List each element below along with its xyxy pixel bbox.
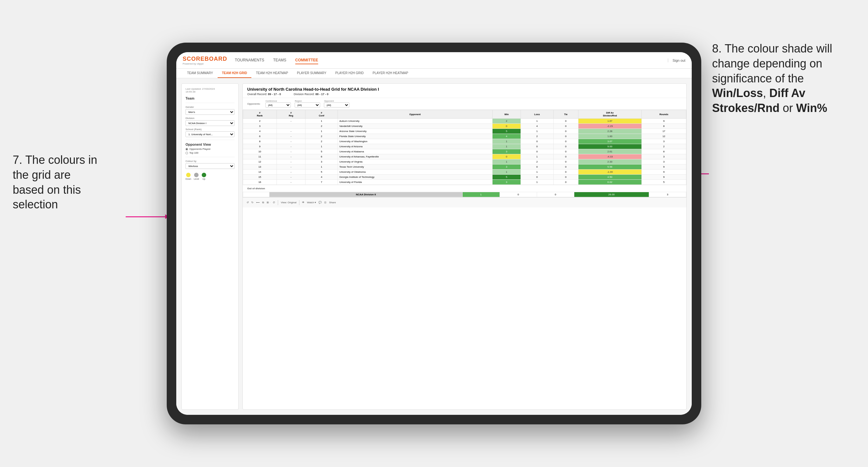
sign-out-button[interactable]: Sign out bbox=[668, 59, 685, 62]
cell-tie: 0 bbox=[553, 164, 578, 169]
cell-rounds: 8 bbox=[642, 149, 686, 154]
annotation-right: 8. The colour shade will change dependin… bbox=[712, 41, 859, 116]
h2h-data-table: #Rank #Reg #Conf Opponent Win Loss Tie D… bbox=[243, 110, 686, 185]
cell-tie: 0 bbox=[553, 149, 578, 154]
toolbar-share[interactable]: Share bbox=[329, 201, 336, 204]
grid-records: Overall Record: 89 - 17 - 0 Division Rec… bbox=[247, 93, 682, 96]
cell-diff: 1.83 bbox=[578, 134, 642, 139]
cell-diff: 4.50 bbox=[578, 175, 642, 180]
colour-by-label: Colour by bbox=[186, 160, 235, 162]
cell-loss: 4 bbox=[521, 124, 553, 129]
table-row: 14 - 5 University of Oklahoma 1 1 0 -1.0… bbox=[243, 169, 686, 175]
cell-opponent: University of Arkansas, Fayetteville bbox=[338, 154, 493, 159]
cell-reg bbox=[277, 124, 306, 129]
cell-reg: - bbox=[277, 175, 306, 180]
radio-top100[interactable]: Top 100 bbox=[186, 151, 235, 154]
col-diff: Diff AvStrokes/Rnd bbox=[578, 110, 642, 119]
cell-rounds: 5 bbox=[642, 180, 686, 185]
table-row: 2 - 1 Auburn University 2 1 0 1.67 9 bbox=[243, 119, 686, 124]
school-select[interactable]: 1. University of Nort... bbox=[186, 131, 235, 137]
legend-down-label: Down bbox=[186, 178, 191, 180]
right-panel: University of North Carolina Head-to-Hea… bbox=[243, 83, 687, 410]
sub-nav-team-summary[interactable]: TEAM SUMMARY bbox=[183, 69, 218, 78]
cell-diff: 5.56 bbox=[578, 164, 642, 169]
opponent-view-radio-group: Opponents Played Top 100 bbox=[186, 148, 235, 154]
toolbar-back[interactable]: ⟵ bbox=[256, 201, 260, 204]
cell-conf: 3 bbox=[306, 159, 338, 164]
logo-area: SCOREBOARD Powered by clippd bbox=[183, 56, 227, 65]
cell-tie: 0 bbox=[553, 144, 578, 149]
sub-nav-team-h2h-grid[interactable]: TEAM H2H GRID bbox=[218, 69, 252, 78]
division-record: Division Record: 88 - 17 - 0 bbox=[294, 93, 328, 96]
cell-rank: 11 bbox=[243, 154, 277, 159]
cell-opponent: University of Virginia bbox=[338, 159, 493, 164]
cell-opponent: University of Alabama bbox=[338, 149, 493, 154]
toolbar-view[interactable]: View: Original bbox=[281, 201, 296, 204]
cell-win: 0 bbox=[493, 124, 521, 129]
cell-rounds: 3 bbox=[642, 154, 686, 159]
cell-opponent: University of Arizona bbox=[338, 144, 493, 149]
colour-by-select[interactable]: Win/loss bbox=[186, 163, 235, 169]
toolbar-redo[interactable]: ↻ bbox=[251, 201, 254, 204]
cell-loss: 0 bbox=[521, 139, 553, 144]
table-row: 15 - 4 Georgia Institute of Technology 5… bbox=[243, 175, 686, 180]
division-select[interactable]: NCAA Division I bbox=[186, 120, 235, 126]
cell-rank: 16 bbox=[243, 180, 277, 185]
col-tie: Tie bbox=[553, 110, 578, 119]
annotation-left: 7. The colours in the grid are based on … bbox=[13, 153, 102, 212]
nav-teams[interactable]: TEAMS bbox=[273, 57, 286, 64]
sub-nav-team-h2h-heatmap[interactable]: TEAM H2H HEATMAP bbox=[251, 69, 292, 78]
region-select[interactable]: (All) bbox=[294, 102, 320, 107]
cell-opponent: University of Oklahoma bbox=[338, 169, 493, 175]
conference-select[interactable]: (All) bbox=[266, 102, 291, 107]
cell-reg: - bbox=[277, 139, 306, 144]
out-division-win: 1 bbox=[462, 192, 500, 197]
cell-reg: - bbox=[277, 164, 306, 169]
toolbar-watch[interactable]: Watch ▾ bbox=[307, 201, 316, 204]
cell-win: 1 bbox=[493, 144, 521, 149]
cell-win: 5 bbox=[493, 129, 521, 134]
toolbar-clock[interactable]: ⏱ bbox=[273, 201, 275, 204]
cell-win: 2 bbox=[493, 119, 521, 124]
cell-rank: 4 bbox=[243, 129, 277, 134]
school-label: School (Rank) bbox=[186, 128, 235, 131]
sub-nav-player-h2h-heatmap[interactable]: PLAYER H2H HEATMAP bbox=[368, 69, 413, 78]
toolbar-grid-icon[interactable]: ⊞ · bbox=[267, 201, 270, 204]
cell-tie: 0 bbox=[553, 175, 578, 180]
cell-reg: - bbox=[277, 169, 306, 175]
table-row: 10 - 5 University of Alabama 3 0 0 2.61 … bbox=[243, 149, 686, 154]
logo: SCOREBOARD bbox=[183, 56, 227, 62]
toolbar-layout[interactable]: ⊡ bbox=[324, 201, 327, 204]
cell-tie: 0 bbox=[553, 129, 578, 134]
radio-opponents-played[interactable]: Opponents Played bbox=[186, 148, 235, 151]
cell-loss: 0 bbox=[521, 164, 553, 169]
cell-diff: 2.61 bbox=[578, 149, 642, 154]
radio-dot-opponents bbox=[186, 148, 188, 151]
table-row: 9 - 1 University of Arizona 1 0 0 9.00 2 bbox=[243, 144, 686, 149]
division-label: Division bbox=[186, 117, 235, 120]
sub-nav-player-summary[interactable]: PLAYER SUMMARY bbox=[292, 69, 331, 78]
timestamp: Last Updated: 27/03/202416:55:38 bbox=[186, 88, 235, 93]
toolbar-separator2 bbox=[299, 200, 300, 205]
opponent-select[interactable]: (All) bbox=[324, 102, 349, 107]
toolbar-undo[interactable]: ↺ bbox=[247, 201, 249, 204]
toolbar-copy[interactable]: ⧉ bbox=[262, 201, 264, 204]
cell-rank: 2 bbox=[243, 119, 277, 124]
cell-opponent: University of Washington bbox=[338, 139, 493, 144]
cell-win: 5 bbox=[493, 175, 521, 180]
toolbar-eye-icon: 👁 bbox=[302, 201, 305, 204]
sub-nav-player-h2h-grid[interactable]: PLAYER H2H GRID bbox=[331, 69, 368, 78]
toolbar-comment[interactable]: 💬 bbox=[318, 201, 322, 204]
nav-tournaments[interactable]: TOURNAMENTS bbox=[235, 57, 264, 64]
cell-loss: 1 bbox=[521, 154, 553, 159]
nav-committee[interactable]: COMMITTEE bbox=[295, 57, 318, 64]
table-row: 13 - 1 Texas Tech University 3 0 0 5.56 … bbox=[243, 164, 686, 169]
cell-conf: 1 bbox=[306, 129, 338, 134]
cell-conf: 1 bbox=[306, 144, 338, 149]
table-row: 16 - 7 University of Florida 3 1 0 6.62 … bbox=[243, 180, 686, 185]
cell-reg: - bbox=[277, 149, 306, 154]
cell-diff: 9.00 bbox=[578, 144, 642, 149]
gender-select[interactable]: Men's bbox=[186, 109, 235, 115]
cell-conf: 1 bbox=[306, 164, 338, 169]
cell-win: 1 bbox=[493, 169, 521, 175]
